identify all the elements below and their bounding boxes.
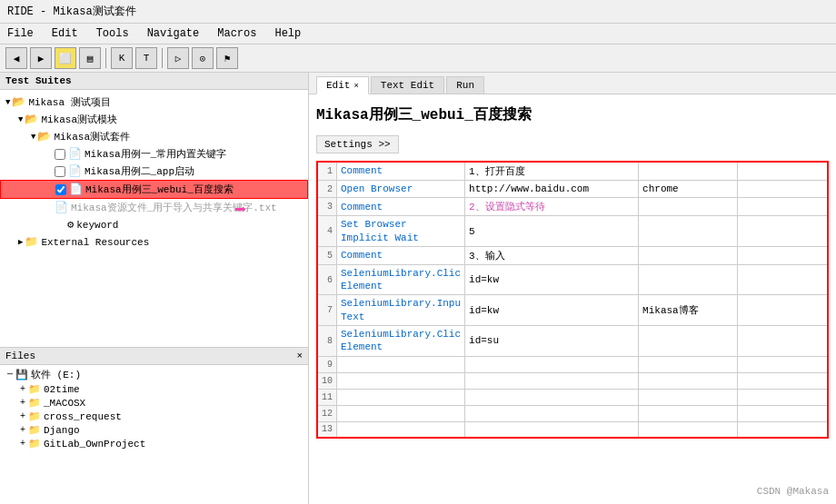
- menu-item-macros[interactable]: Macros: [214, 25, 260, 42]
- arg2-cell[interactable]: [639, 372, 737, 389]
- settings-button[interactable]: Settings >>: [316, 135, 399, 153]
- arg1-cell[interactable]: [465, 389, 639, 405]
- tree-area[interactable]: ▼📂Mikasa 测试项目▼📂Mikasa测试模块▼📂Mikasa测试套件📄Mi…: [0, 90, 308, 347]
- collapse-icon[interactable]: ▼: [18, 115, 23, 124]
- keyword-cell[interactable]: Open Browser: [337, 181, 465, 198]
- menu-item-help[interactable]: Help: [271, 25, 304, 42]
- keyword-cell[interactable]: [337, 389, 465, 405]
- tab-edit[interactable]: Edit×: [316, 76, 369, 94]
- toolbar-new[interactable]: ⬜: [55, 47, 76, 69]
- tree-item-example1[interactable]: 📄Mikasa用例一_常用内置关键字: [0, 145, 308, 163]
- expand-icon[interactable]: +: [20, 384, 25, 394]
- arg3-cell[interactable]: [737, 295, 828, 326]
- arg2-cell[interactable]: [639, 356, 737, 372]
- arg1-cell[interactable]: 2、设置隐式等待: [465, 198, 639, 216]
- toolbar-flag[interactable]: ⚑: [216, 47, 238, 69]
- toolbar-back[interactable]: ◀: [5, 47, 27, 69]
- arg2-cell[interactable]: [639, 216, 737, 247]
- arg3-cell[interactable]: [737, 421, 828, 438]
- menu-item-tools[interactable]: Tools: [93, 25, 133, 42]
- keyword-cell[interactable]: [337, 405, 465, 421]
- toolbar-t[interactable]: T: [135, 47, 157, 69]
- keyword-cell[interactable]: [337, 356, 465, 372]
- tree-item-mikasa-module[interactable]: ▼📂Mikasa测试模块: [0, 111, 308, 128]
- collapse-icon[interactable]: ▼: [31, 133, 35, 142]
- menu-item-file[interactable]: File: [4, 25, 37, 42]
- file-item-02time[interactable]: +📁02time: [0, 382, 308, 396]
- tree-item-external[interactable]: ▶📁External Resources: [0, 233, 308, 251]
- expand-icon[interactable]: ─: [7, 370, 13, 380]
- arg3-cell[interactable]: [737, 181, 828, 198]
- keyword-cell[interactable]: Comment: [337, 246, 465, 264]
- expand-icon[interactable]: +: [20, 425, 25, 435]
- arg3-cell[interactable]: [737, 198, 828, 216]
- arg1-cell[interactable]: [465, 421, 639, 438]
- arg1-cell[interactable]: 1、打开百度: [465, 162, 639, 181]
- tab-run[interactable]: Run: [446, 76, 484, 94]
- tree-item-example2[interactable]: 📄Mikasa用例二_app启动: [0, 163, 308, 180]
- arg2-cell[interactable]: [639, 264, 737, 295]
- expand-icon[interactable]: +: [20, 398, 25, 408]
- arg3-cell[interactable]: [737, 405, 828, 421]
- toolbar-run[interactable]: ▷: [167, 47, 189, 69]
- collapse-icon[interactable]: ▼: [5, 98, 10, 107]
- toolbar-open[interactable]: ▤: [79, 47, 101, 69]
- keyword-cell[interactable]: SeleniumLibrary.Inpu Text: [337, 295, 465, 326]
- arg1-cell[interactable]: id=su: [465, 326, 639, 357]
- keyword-cell[interactable]: SeleniumLibrary.Clic Element: [337, 326, 465, 357]
- tree-item-mikasa-project[interactable]: ▼📂Mikasa 测试项目: [0, 94, 308, 111]
- tree-checkbox-example1[interactable]: [55, 149, 65, 160]
- arg1-cell[interactable]: http://www.baidu.com: [465, 181, 639, 198]
- tree-checkbox-example3[interactable]: [55, 184, 66, 195]
- arg1-cell[interactable]: 5: [465, 216, 639, 247]
- keyword-cell[interactable]: SeleniumLibrary.Clic Element: [337, 264, 465, 295]
- keyword-cell[interactable]: [337, 421, 465, 438]
- menu-item-navigate[interactable]: Navigate: [144, 25, 204, 42]
- arg1-cell[interactable]: id=kw: [465, 264, 639, 295]
- arg1-cell[interactable]: [465, 405, 639, 421]
- arg1-cell[interactable]: [465, 356, 639, 372]
- arg3-cell[interactable]: [737, 216, 828, 247]
- expand-icon[interactable]: +: [20, 439, 25, 449]
- file-item-Django[interactable]: +📁Django: [0, 423, 308, 437]
- arg2-cell[interactable]: [639, 326, 737, 357]
- keyword-cell[interactable]: Set Browser Implicit Wait: [337, 216, 465, 247]
- keyword-cell[interactable]: Comment: [337, 162, 465, 181]
- arg2-cell[interactable]: [639, 198, 737, 216]
- files-close-btn[interactable]: ×: [296, 351, 303, 361]
- toolbar-k[interactable]: K: [111, 47, 133, 69]
- tree-item-example3[interactable]: 📄Mikasa用例三_webui_百度搜索: [0, 180, 308, 199]
- toolbar-stop[interactable]: ⊙: [192, 47, 214, 69]
- tree-checkbox-example2[interactable]: [55, 166, 65, 177]
- expand-icon[interactable]: ▶: [18, 237, 23, 247]
- tree-item-keyword[interactable]: ⚙keyword: [0, 216, 308, 233]
- arg3-cell[interactable]: [737, 246, 828, 264]
- arg2-cell[interactable]: [639, 389, 737, 405]
- arg1-cell[interactable]: id=kw: [465, 295, 639, 326]
- file-item-_MACOSX[interactable]: +📁_MACOSX: [0, 396, 308, 410]
- expand-icon[interactable]: +: [20, 411, 25, 421]
- tab-text-edit[interactable]: Text Edit: [371, 76, 444, 94]
- file-item-cross_request[interactable]: +📁cross_request: [0, 410, 308, 423]
- arg2-cell[interactable]: [639, 405, 737, 421]
- arg3-cell[interactable]: [737, 326, 828, 357]
- file-item-软件-(E:)[interactable]: ─💾软件 (E:): [0, 367, 308, 382]
- toolbar-forward[interactable]: ▶: [30, 47, 52, 69]
- keyword-cell[interactable]: Comment: [337, 198, 465, 216]
- tab-close-icon[interactable]: ×: [353, 82, 358, 91]
- arg2-cell[interactable]: chrome: [639, 181, 737, 198]
- tree-item-example4[interactable]: 📄Mikasa资源文件_用于导入与共享关键字.txt: [0, 199, 308, 216]
- arg2-cell[interactable]: [639, 246, 737, 264]
- arg3-cell[interactable]: [737, 162, 828, 181]
- files-tree[interactable]: ─💾软件 (E:)+📁02time+📁_MACOSX+📁cross_reques…: [0, 365, 308, 502]
- file-item-GitLab_OwnProject[interactable]: +📁GitLab_OwnProject: [0, 437, 308, 450]
- arg3-cell[interactable]: [737, 264, 828, 295]
- tree-item-mikasa-suite[interactable]: ▼📂Mikasa测试套件: [0, 128, 308, 145]
- menu-item-edit[interactable]: Edit: [48, 25, 82, 42]
- arg2-cell[interactable]: [639, 162, 737, 181]
- arg1-cell[interactable]: 3、输入: [465, 246, 639, 264]
- keyword-cell[interactable]: [337, 372, 465, 389]
- arg1-cell[interactable]: [465, 372, 639, 389]
- arg3-cell[interactable]: [737, 372, 828, 389]
- arg2-cell[interactable]: Mikasa博客: [639, 295, 737, 326]
